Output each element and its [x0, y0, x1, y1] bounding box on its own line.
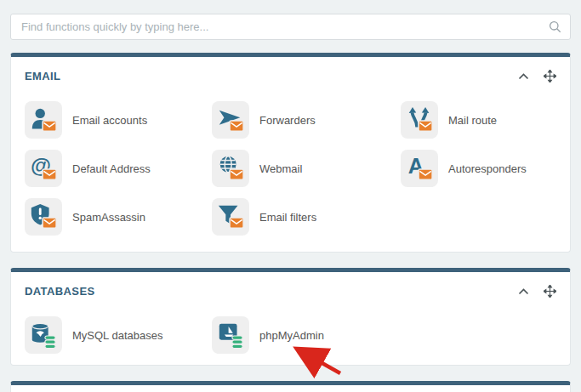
section-card-databases: DATABASES	[10, 268, 571, 366]
feature-label: Email filters	[259, 211, 316, 224]
feature-item-mail-route[interactable]: Mail route	[401, 101, 556, 139]
feature-label: Forwarders	[259, 114, 316, 127]
section-card-partial	[10, 381, 571, 392]
feature-item-spamassassin[interactable]: SpamAssassin	[25, 198, 212, 236]
function-search-bar	[10, 14, 571, 40]
feature-label: Default Address	[72, 162, 151, 175]
section-title-databases: DATABASES	[25, 285, 95, 298]
search-input[interactable]	[21, 20, 549, 33]
feature-item-email-accounts[interactable]: Email accounts	[25, 101, 212, 139]
forwarders-icon	[212, 101, 249, 139]
feature-label: phpMyAdmin	[259, 329, 324, 342]
chevron-up-icon[interactable]	[517, 70, 530, 82]
feature-item-mysql-databases[interactable]: MySQL databases	[25, 316, 212, 354]
search-icon[interactable]	[549, 20, 561, 33]
feature-label: Mail route	[448, 114, 497, 127]
feature-label: MySQL databases	[72, 329, 162, 342]
feature-label: Email accounts	[72, 114, 147, 127]
mail-route-icon	[401, 101, 438, 139]
move-icon[interactable]	[544, 285, 556, 298]
feature-label: Webmail	[259, 162, 302, 175]
phpmyadmin-icon	[212, 316, 249, 354]
feature-label: Autoresponders	[448, 162, 527, 175]
databases-section-header: DATABASES	[11, 272, 570, 298]
email-section-header: EMAIL	[11, 57, 570, 82]
section-card-email: EMAIL	[10, 53, 571, 253]
feature-label: SpamAssassin	[72, 211, 145, 224]
mysql-databases-icon	[25, 316, 62, 354]
chevron-up-icon[interactable]	[517, 285, 530, 298]
feature-item-webmail[interactable]: Webmail	[212, 150, 401, 187]
move-icon[interactable]	[544, 70, 556, 82]
cpanel-home-page: EMAIL	[0, 0, 581, 392]
email-accounts-icon	[25, 101, 62, 139]
feature-item-forwarders[interactable]: Forwarders	[212, 101, 401, 139]
feature-item-email-filters[interactable]: Email filters	[212, 198, 401, 236]
spamassassin-icon	[25, 198, 62, 236]
email-filters-icon	[212, 198, 249, 236]
autoresponders-icon: A	[401, 150, 438, 187]
feature-item-phpmyadmin[interactable]: phpMyAdmin	[212, 316, 401, 354]
feature-item-default-address[interactable]: @ Default Address	[25, 150, 212, 187]
webmail-icon	[212, 150, 249, 187]
default-address-icon: @	[25, 150, 62, 187]
section-title-email: EMAIL	[25, 70, 60, 82]
feature-item-autoresponders[interactable]: A Autoresponders	[401, 150, 556, 187]
